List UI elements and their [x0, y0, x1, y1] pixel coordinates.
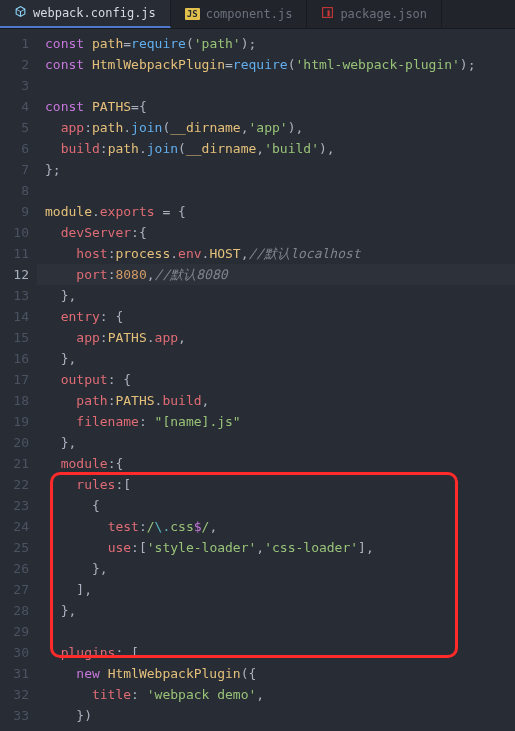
token-p: . [139, 141, 147, 156]
code-line[interactable]: }, [37, 348, 515, 369]
token-p: , [241, 120, 249, 135]
token-p [45, 393, 76, 408]
npm-icon [321, 6, 334, 22]
token-p [45, 120, 61, 135]
token-p: , [256, 141, 264, 156]
tab-label: webpack.config.js [33, 6, 156, 20]
code-line[interactable]: path:PATHS.build, [37, 390, 515, 411]
token-p: ), [288, 120, 304, 135]
token-prop: env [178, 246, 201, 261]
code-line[interactable]: devServer:{ [37, 222, 515, 243]
token-p: }; [45, 162, 61, 177]
token-p: = [123, 36, 131, 51]
code-line[interactable]: new HtmlWebpackPlugin({ [37, 663, 515, 684]
token-num: 8080 [115, 267, 146, 282]
token-def: HtmlWebpackPlugin [92, 57, 225, 72]
token-p: . [170, 246, 178, 261]
tab-bar: webpack.config.js JS component.js packag… [0, 0, 515, 29]
code-editor[interactable]: 1234567891011121314151617181920212223242… [0, 29, 515, 731]
code-area[interactable]: const path=require('path');const HtmlWeb… [37, 29, 515, 731]
token-p [100, 666, 108, 681]
token-prop: app [76, 330, 99, 345]
token-prop: entry [61, 309, 100, 324]
line-number: 9 [0, 201, 37, 222]
token-p: }, [45, 351, 76, 366]
token-prop: plugins [61, 645, 116, 660]
code-line[interactable]: entry: { [37, 306, 515, 327]
token-p: , [147, 267, 155, 282]
code-line[interactable]: output: { [37, 369, 515, 390]
code-line[interactable]: app:PATHS.app, [37, 327, 515, 348]
token-p: : [139, 519, 147, 534]
line-number: 25 [0, 537, 37, 558]
token-bif: __dirname [170, 120, 240, 135]
token-p: ), [319, 141, 335, 156]
token-p [45, 267, 76, 282]
line-number-gutter: 1234567891011121314151617181920212223242… [0, 29, 37, 731]
code-line[interactable]: title: 'webpack demo', [37, 684, 515, 705]
code-line[interactable]: const HtmlWebpackPlugin=require('html-we… [37, 54, 515, 75]
tab-package-json[interactable]: package.json [307, 0, 442, 28]
line-number: 12 [0, 264, 37, 285]
token-def: HOST [209, 246, 240, 261]
code-line[interactable] [37, 75, 515, 96]
line-number: 10 [0, 222, 37, 243]
code-line[interactable]: }; [37, 159, 515, 180]
token-p [45, 645, 61, 660]
code-line[interactable]: host:process.env.HOST,//默认localhost [37, 243, 515, 264]
tab-component-js[interactable]: JS component.js [171, 0, 308, 28]
code-line[interactable] [37, 180, 515, 201]
code-line[interactable]: }, [37, 285, 515, 306]
line-number: 15 [0, 327, 37, 348]
code-line[interactable]: }, [37, 558, 515, 579]
tab-label: component.js [206, 7, 293, 21]
code-line[interactable]: use:['style-loader','css-loader'], [37, 537, 515, 558]
tab-webpack-config[interactable]: webpack.config.js [0, 0, 171, 28]
line-number: 11 [0, 243, 37, 264]
code-line[interactable]: }, [37, 600, 515, 621]
code-line[interactable]: const PATHS={ [37, 96, 515, 117]
token-str: 'webpack demo' [147, 687, 257, 702]
token-str: 'style-loader' [147, 540, 257, 555]
token-p [45, 540, 108, 555]
token-p: ); [241, 36, 257, 51]
token-p: . [92, 204, 100, 219]
token-p: ); [460, 57, 476, 72]
token-p: , [241, 246, 249, 261]
token-p: :{ [108, 456, 124, 471]
token-bif: process [115, 246, 170, 261]
token-p [45, 666, 76, 681]
code-line[interactable]: rules:[ [37, 474, 515, 495]
line-number: 1 [0, 33, 37, 54]
line-number: 13 [0, 285, 37, 306]
code-line[interactable] [37, 621, 515, 642]
code-line[interactable]: ], [37, 579, 515, 600]
line-number: 16 [0, 348, 37, 369]
code-line[interactable]: module:{ [37, 453, 515, 474]
line-number: 31 [0, 663, 37, 684]
code-line[interactable]: build:path.join(__dirname,'build'), [37, 138, 515, 159]
tab-label: package.json [340, 7, 427, 21]
token-prop: title [92, 687, 131, 702]
code-line[interactable]: }, [37, 432, 515, 453]
svg-rect-1 [328, 10, 330, 16]
code-line[interactable]: port:8080,//默认8080 [37, 264, 515, 285]
line-number: 19 [0, 411, 37, 432]
token-p: , [178, 330, 186, 345]
code-line[interactable]: plugins: [ [37, 642, 515, 663]
code-line[interactable]: filename: "[name].js" [37, 411, 515, 432]
code-line[interactable]: { [37, 495, 515, 516]
token-p [45, 687, 92, 702]
code-line[interactable]: module.exports = { [37, 201, 515, 222]
line-number: 28 [0, 600, 37, 621]
token-prop: host [76, 246, 107, 261]
code-line[interactable]: app:path.join(__dirname,'app'), [37, 117, 515, 138]
code-line[interactable]: test:/\.css$/, [37, 516, 515, 537]
code-line[interactable]: const path=require('path'); [37, 33, 515, 54]
code-line[interactable]: }) [37, 705, 515, 726]
token-p: : [139, 414, 155, 429]
token-def: HtmlWebpackPlugin [108, 666, 241, 681]
token-kw: new [76, 666, 99, 681]
token-p: : { [100, 309, 123, 324]
token-str: 'path' [194, 36, 241, 51]
